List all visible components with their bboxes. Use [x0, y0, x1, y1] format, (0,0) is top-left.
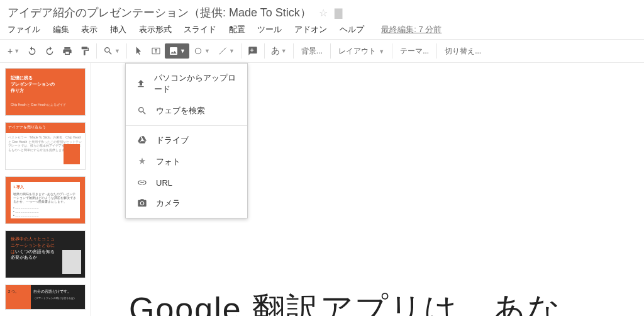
folder-icon[interactable]: ▇ [335, 8, 342, 18]
zoom-button[interactable]: ▼ [99, 43, 124, 59]
textbox-button[interactable] [147, 43, 165, 59]
dropdown-camera[interactable]: カメラ [126, 193, 247, 214]
menubar: ファイル 編集 表示 挿入 表示形式 スライド 配置 ツール アドオン ヘルプ … [0, 23, 644, 39]
last-edit[interactable]: 最終編集: 7 分前 [381, 25, 441, 34]
svg-point-0 [195, 48, 201, 54]
menu-view[interactable]: 表示 [81, 25, 97, 34]
dropdown-url[interactable]: URL [126, 172, 247, 193]
text-input-button[interactable]: あ▼ [267, 43, 291, 59]
star-icon[interactable]: ☆ [319, 8, 328, 18]
menu-addons[interactable]: アドオン [294, 25, 327, 34]
paint-format-button[interactable] [76, 43, 94, 59]
image-button[interactable]: ▼ [165, 43, 189, 59]
dropdown-search[interactable]: ウェブを検索 [126, 100, 247, 121]
dropdown-photos[interactable]: フォト [126, 151, 247, 172]
select-button[interactable] [130, 43, 147, 59]
image-dropdown: パソコンからアップロード ウェブを検索 ドライブ フォト URL カメラ [125, 63, 248, 218]
background-button[interactable]: 背景... [296, 43, 328, 59]
slide-thumbnail-2[interactable]: アイデアを売り込もう ベストセラー「Made To Stick」の著者、Chip… [5, 122, 86, 170]
dropdown-upload[interactable]: パソコンからアップロード [126, 67, 247, 100]
document-title[interactable]: アイデア紹介のプレゼンテーション（提供: Made To Stick） [8, 5, 311, 20]
link-icon [136, 178, 148, 188]
dropdown-drive[interactable]: ドライブ [126, 130, 247, 151]
search-icon [136, 106, 148, 116]
menu-arrange[interactable]: 配置 [229, 25, 245, 34]
menu-format[interactable]: 表示形式 [139, 25, 172, 34]
print-button[interactable] [58, 43, 76, 59]
slide-thumbnail-5[interactable]: 2 つ。 自分の言語だけです。 （スマートフォンの助けを借りれば） [5, 285, 86, 310]
new-slide-button[interactable]: +▼ [4, 43, 23, 59]
menu-help[interactable]: ヘルプ [340, 25, 364, 34]
camera-icon [136, 198, 148, 208]
menu-insert[interactable]: 挿入 [110, 25, 126, 34]
photos-icon [136, 157, 148, 167]
drive-icon [136, 135, 148, 145]
theme-button[interactable]: テーマ... [395, 43, 434, 59]
undo-button[interactable] [23, 43, 41, 59]
menu-edit[interactable]: 編集 [53, 25, 69, 34]
menu-file[interactable]: ファイル [8, 25, 40, 34]
shape-button[interactable]: ▼ [189, 43, 214, 59]
slide-thumbnail-4[interactable]: 世界中の人々とコミュ ニケーションをとるに はいくつの言語を知る 必要があるか [5, 230, 86, 278]
upload-icon [136, 79, 147, 89]
menu-slide[interactable]: スライド [184, 25, 216, 34]
slide-thumbnail-1[interactable]: 記憶に残る プレゼンテーションの 作り方 Chip Heath と Dan He… [5, 68, 86, 116]
line-button[interactable]: ▼ [214, 43, 238, 59]
layout-button[interactable]: レイアウト ▼ [333, 43, 389, 59]
comment-button[interactable] [244, 43, 262, 59]
slide-thumbnail-3[interactable]: 1.導入 聴衆の興味を引きます - あなたのプレゼンテーションで聴衆はどのような… [5, 176, 86, 224]
menu-tools[interactable]: ツール [257, 25, 282, 34]
toolbar: +▼ ▼ ▼ ▼ ▼ あ▼ 背景... レイアウト ▼ テーマ... 切り替え.… [0, 39, 644, 63]
slide-canvas[interactable]: パソコンからアップロード ウェブを検索 ドライブ フォト URL カメラ [91, 63, 644, 316]
slide-panel[interactable]: 記憶に残る プレゼンテーションの 作り方 Chip Heath と Dan He… [0, 63, 91, 316]
redo-button[interactable] [41, 43, 58, 59]
slide-body-text[interactable]: Google 翻訳アプリは、あな [129, 288, 562, 316]
transition-button[interactable]: 切り替え... [440, 43, 486, 59]
